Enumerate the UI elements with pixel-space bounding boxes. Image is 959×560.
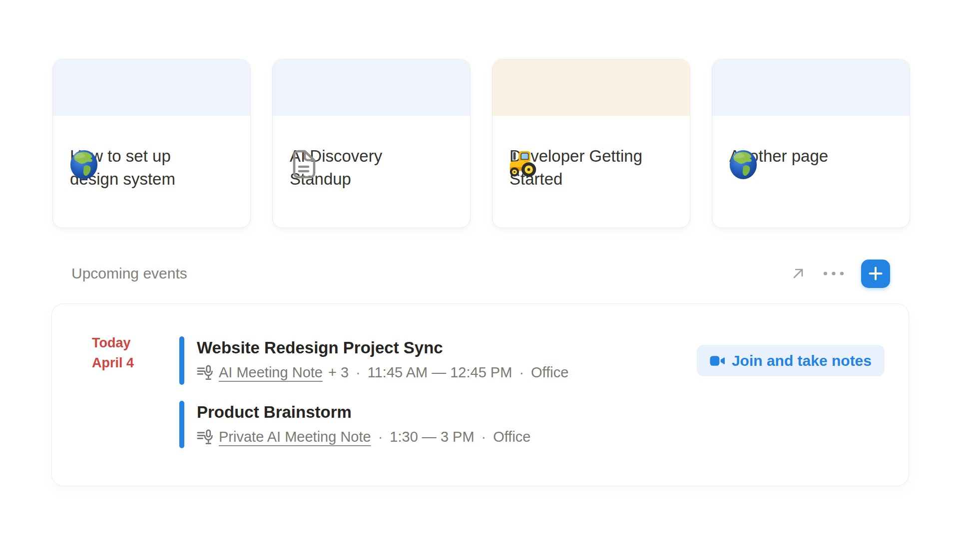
date-sublabel: April 4 [92, 353, 134, 373]
ellipsis-icon[interactable] [823, 271, 845, 276]
video-camera-icon [710, 355, 725, 367]
extra-count: + 3 [328, 364, 349, 381]
page-card-developer-getting-started[interactable]: Developer Getting Started [492, 59, 690, 228]
event-time: 1:30 — 3 PM [390, 429, 474, 445]
page-card-ai-discovery[interactable]: AI Discovery Standup [272, 59, 471, 228]
upcoming-events-header: Upcoming events [52, 258, 910, 289]
arrow-up-right-icon[interactable] [790, 266, 806, 281]
globe-icon [727, 148, 759, 180]
event-color-bar [179, 401, 184, 448]
page-card-design-system[interactable]: How to set up design system [52, 59, 251, 228]
event-rows: Website Redesign Project Sync AI Meeting… [179, 336, 885, 448]
card-cover-band [712, 59, 910, 116]
tractor-icon [507, 148, 539, 180]
separator-dot: · [481, 429, 486, 445]
page-cards-row: How to set up design system AI Discovery… [52, 59, 910, 228]
section-title: Upcoming events [71, 265, 187, 282]
separator-dot: · [519, 364, 524, 381]
event-date: Today April 4 [92, 333, 134, 373]
event-row-website-redesign[interactable]: Website Redesign Project Sync AI Meeting… [179, 336, 885, 385]
event-meta: AI Meeting Note + 3 · 11:45 AM — 12:45 P… [197, 362, 568, 382]
card-cover-band [53, 59, 250, 116]
event-location: Office [531, 364, 568, 381]
card-cover-band [273, 59, 470, 116]
transcript-icon [197, 429, 213, 445]
join-button-label: Join and take notes [732, 352, 872, 369]
meeting-note-link[interactable]: Private AI Meeting Note [219, 429, 371, 445]
event-color-bar [179, 336, 184, 385]
event-time: 11:45 AM — 12:45 PM [368, 364, 512, 381]
section-actions [790, 260, 910, 288]
plus-icon [868, 266, 883, 281]
add-event-button[interactable] [861, 260, 890, 288]
meeting-note-link[interactable]: AI Meeting Note [219, 364, 323, 381]
event-title: Product Brainstorm [197, 402, 530, 423]
globe-icon [68, 148, 100, 180]
event-location: Office [493, 429, 530, 445]
join-and-take-notes-button[interactable]: Join and take notes [697, 345, 885, 376]
event-title: Website Redesign Project Sync [197, 337, 568, 358]
transcript-icon [197, 365, 213, 380]
separator-dot: · [378, 429, 383, 445]
document-icon [288, 148, 320, 180]
upcoming-events-panel: Today April 4 Website Redesign Project S… [51, 303, 909, 486]
event-meta: Private AI Meeting Note · 1:30 — 3 PM · … [197, 427, 530, 447]
date-label: Today [92, 333, 134, 353]
page-card-another-page[interactable]: Another page [712, 59, 910, 228]
separator-dot: · [356, 364, 361, 381]
card-cover-band [492, 59, 690, 116]
event-row-product-brainstorm[interactable]: Product Brainstorm Private AI Meeting No… [179, 401, 885, 448]
